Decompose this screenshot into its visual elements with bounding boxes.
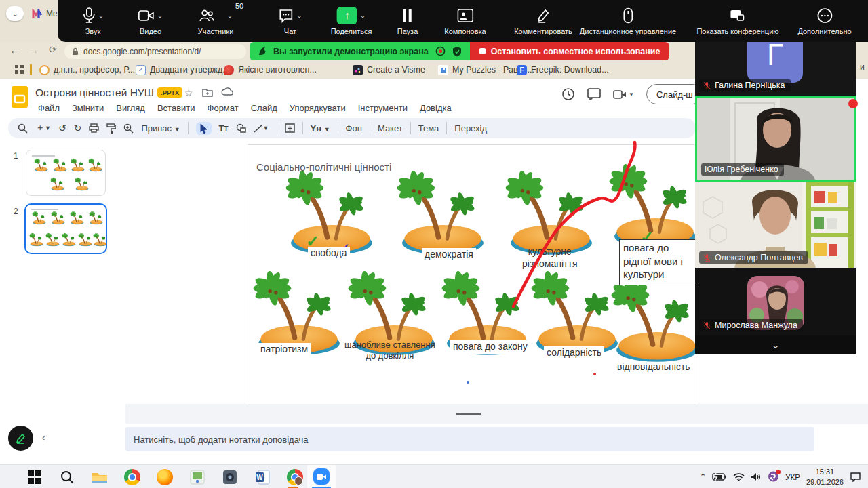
paint-format-icon[interactable] (106, 123, 116, 134)
chevron-down-icon[interactable]: ⌄ (157, 13, 163, 19)
island-image[interactable] (392, 163, 494, 258)
island-image[interactable] (500, 163, 602, 258)
undo-icon[interactable]: ↺ (58, 123, 66, 134)
stop-share-button[interactable]: Остановить совместное использование (470, 42, 670, 60)
text-box-tool[interactable]: TT (219, 123, 229, 134)
participants-button[interactable]: 50 ⌄ Участники (198, 5, 234, 35)
file-explorer-icon[interactable] (90, 468, 108, 486)
annotation-pen-button[interactable] (8, 426, 33, 451)
island-label[interactable]: патріотизм (258, 343, 311, 357)
menu-file[interactable]: Файл (33, 102, 65, 115)
menu-edit[interactable]: Змінити (66, 102, 109, 115)
volume-icon[interactable] (751, 472, 762, 481)
cloud-status-icon[interactable] (221, 87, 233, 96)
collapse-notes-chevron[interactable]: ‹ (42, 432, 45, 443)
tray-expand-icon[interactable]: ⌃ (700, 472, 706, 481)
selected-text-box[interactable]: повага до рідної мови і культури (619, 239, 699, 285)
island-label[interactable]: відповідальність (614, 361, 693, 374)
menu-view[interactable]: Вигляд (111, 102, 151, 115)
notification-center-icon[interactable] (850, 472, 861, 482)
participant-tile[interactable]: Г Галина Перніцька (695, 39, 856, 96)
menu-help[interactable]: Довідка (414, 102, 457, 115)
island-label[interactable]: свобода (308, 247, 350, 260)
bookmark-item[interactable]: Create a Visme (353, 63, 425, 77)
back-icon[interactable]: ← (9, 44, 20, 56)
transition-button[interactable]: Перехід (454, 123, 487, 134)
zoom-in-icon[interactable] (123, 123, 134, 134)
island-label[interactable]: культурне різноманіття (519, 245, 580, 270)
slide-thumbnail-2[interactable] (24, 203, 107, 254)
notes-resize-handle[interactable] (456, 413, 481, 415)
remote-control-button[interactable]: Дистанционное управление (580, 5, 676, 35)
fit-zoom-select[interactable]: Припас ▼ (141, 123, 180, 134)
layout-button[interactable]: Компоновка (444, 5, 486, 35)
search-tools-icon[interactable] (18, 123, 28, 134)
menu-insert[interactable]: Вставити (152, 102, 201, 115)
language-tool[interactable]: Yн ▼ (311, 123, 330, 134)
search-button[interactable] (58, 468, 76, 486)
star-icon[interactable]: ☆ (184, 87, 193, 98)
show-meeting-button[interactable]: Показать конференцию (696, 5, 778, 35)
video-button[interactable]: ⌄ Видео (138, 5, 163, 35)
island-label[interactable]: повага до закону (450, 340, 530, 354)
island-image[interactable] (604, 157, 706, 251)
island-label[interactable]: демократія (422, 248, 476, 262)
insert-image-icon[interactable] (285, 123, 295, 133)
comments-icon[interactable] (587, 88, 601, 100)
viber-tray-icon[interactable] (768, 471, 779, 483)
clock[interactable]: 15:31 29.01.2026 (806, 467, 844, 487)
tab-title[interactable]: Me (46, 9, 58, 18)
firefox-icon[interactable] (155, 468, 174, 486)
reload-icon[interactable]: ⟳ (49, 44, 57, 55)
theme-button[interactable]: Тема (418, 123, 439, 134)
annotate-button[interactable]: Комментировать (514, 5, 572, 35)
island-label[interactable]: солідарність (544, 346, 604, 360)
version-history-icon[interactable] (561, 87, 575, 101)
bookmark-item[interactable]: ✓ Двадцати утвержд... (136, 63, 230, 77)
bookmark-item[interactable]: д.п.н., професор, Р... (39, 63, 135, 77)
zoom-app-button[interactable] (307, 465, 336, 488)
pause-share-button[interactable]: Пауза (397, 5, 418, 35)
select-tool-icon[interactable] (196, 122, 212, 135)
menu-slide[interactable]: Слайд (245, 102, 283, 115)
more-button[interactable]: Дополнительно (797, 5, 851, 35)
line-tool-icon[interactable]: ▼ (254, 124, 269, 133)
chevron-down-icon[interactable]: ⌄ (360, 13, 366, 19)
present-camera-button[interactable]: ▼ (613, 89, 634, 100)
start-button[interactable] (25, 468, 43, 486)
participant-tile-active[interactable]: Юлія Гребеніченко (695, 96, 856, 182)
chevron-down-icon[interactable]: ⌄ (227, 13, 233, 19)
speaker-notes-input[interactable]: Натисніть, щоб додати нотатки доповідача (125, 427, 814, 451)
move-folder-icon[interactable] (202, 87, 213, 97)
slide-canvas[interactable]: Соціально-політичні цінності ✓ ✓ ✓ свобо… (248, 144, 696, 403)
shape-tool-icon[interactable] (236, 123, 246, 133)
participant-tile[interactable]: Мирослава Манжула (695, 268, 856, 336)
print-icon[interactable] (89, 123, 99, 133)
island-image[interactable] (281, 163, 382, 258)
language-indicator[interactable]: УКР (785, 473, 800, 481)
new-slide-button[interactable]: ＋ ▼ (35, 122, 51, 134)
forward-icon[interactable]: → (28, 44, 39, 56)
chrome-icon[interactable] (123, 468, 141, 486)
media-app-icon[interactable] (220, 468, 239, 486)
share-screen-button[interactable]: ↑⌄ Поделиться (331, 5, 372, 35)
chat-button[interactable]: ⌄ Чат (278, 5, 302, 35)
scroll-participants-button[interactable]: ⌄ (695, 336, 856, 354)
layout-button[interactable]: Макет (378, 123, 403, 134)
menu-tools[interactable]: Інструменти (353, 102, 413, 115)
apps-grid-icon[interactable] (15, 65, 24, 74)
bookmark-item[interactable]: Якісне виготовлен... (224, 63, 317, 77)
zoom-hide-toolbar-button[interactable]: ⌄ (6, 6, 24, 21)
photos-app-icon[interactable] (188, 468, 206, 486)
chevron-down-icon[interactable]: ⌄ (98, 13, 104, 19)
menu-format[interactable]: Формат (202, 102, 244, 115)
audio-button[interactable]: ⌄ Звук (82, 5, 104, 35)
wifi-icon[interactable] (733, 472, 745, 481)
chrome-profile-icon[interactable] (285, 468, 304, 486)
chevron-down-icon[interactable]: ⌄ (296, 13, 302, 19)
slide-thumbnail-1[interactable] (26, 150, 106, 196)
redo-icon[interactable]: ↻ (74, 123, 82, 134)
participant-tile[interactable]: Олександр Полтавцев (695, 182, 856, 268)
background-button[interactable]: Фон (346, 123, 362, 134)
battery-icon[interactable] (712, 472, 727, 481)
